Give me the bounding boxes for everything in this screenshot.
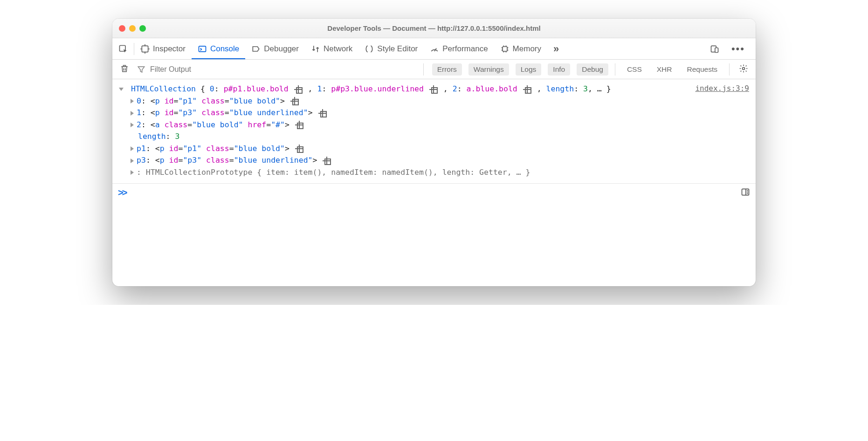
tree-row[interactable]: 1: <p id="p3" class="blue underlined"> <box>131 107 749 119</box>
inspect-node-icon[interactable] <box>323 157 331 165</box>
tab-performance-label: Performance <box>442 44 488 54</box>
filter-info[interactable]: Info <box>548 63 570 76</box>
console-input-row[interactable]: >> <box>112 184 756 202</box>
expand-toggle[interactable] <box>131 146 134 151</box>
expand-toggle[interactable] <box>131 99 134 103</box>
tree-row[interactable]: 2: <a class="blue bold" href="#"> <box>131 119 749 131</box>
close-window-button[interactable] <box>119 25 125 32</box>
tab-inspector-label: Inspector <box>153 44 186 54</box>
expand-toggle[interactable] <box>131 158 134 163</box>
expand-toggle[interactable] <box>131 111 134 116</box>
pick-element-button[interactable] <box>112 38 134 59</box>
tab-inspector[interactable]: Inspector <box>134 38 192 59</box>
more-tabs-button[interactable]: » <box>547 38 564 59</box>
svg-rect-6 <box>199 46 206 52</box>
window-title: Developer Tools — Document — http://127.… <box>112 24 756 32</box>
filter-requests[interactable]: Requests <box>682 63 723 76</box>
log-entry: HTMLCollection { 0: p#p1.blue.bold , 1: … <box>119 83 749 95</box>
console-prompt-icon: >> <box>118 187 126 198</box>
console-output: HTMLCollection { 0: p#p1.blue.bold , 1: … <box>112 79 756 184</box>
filter-input[interactable] <box>149 65 244 74</box>
tab-network-label: Network <box>324 44 352 54</box>
clear-console-button[interactable] <box>117 64 132 75</box>
inspect-node-icon[interactable] <box>524 86 531 93</box>
tab-debugger[interactable]: Debugger <box>245 38 305 59</box>
responsive-mode-button[interactable] <box>704 38 725 59</box>
tab-debugger-label: Debugger <box>264 44 299 54</box>
expand-toggle[interactable] <box>131 170 134 175</box>
filter-css[interactable]: CSS <box>622 63 647 76</box>
tab-styleeditor[interactable]: Style Editor <box>358 38 424 59</box>
tab-console[interactable]: Console <box>192 38 245 59</box>
svg-rect-1 <box>142 46 148 52</box>
inspect-node-icon[interactable] <box>291 97 298 105</box>
inspect-node-icon[interactable] <box>295 86 302 93</box>
tree-row[interactable]: 0: <p id="p1" class="blue bold"> <box>131 95 749 107</box>
tree-row[interactable]: p1: <p id="p1" class="blue bold"> <box>131 143 749 155</box>
tab-console-label: Console <box>210 44 239 54</box>
svg-rect-18 <box>715 48 718 52</box>
minimize-window-button[interactable] <box>129 25 136 32</box>
editor-toggle-button[interactable] <box>741 187 750 199</box>
tab-network[interactable]: Network <box>305 38 358 59</box>
console-settings-button[interactable] <box>736 64 751 75</box>
filter-logs[interactable]: Logs <box>516 63 542 76</box>
console-toolbar: Errors Warnings Logs Info Debug CSS XHR … <box>112 60 756 79</box>
tree-row[interactable]: : HTMLCollectionPrototype { item: item()… <box>131 166 749 179</box>
filter-debug[interactable]: Debug <box>577 63 608 76</box>
kebab-menu-button[interactable]: ••• <box>725 38 751 59</box>
filter-xhr[interactable]: XHR <box>652 63 677 76</box>
expand-toggle[interactable] <box>119 88 124 91</box>
inspect-node-icon[interactable] <box>319 110 326 117</box>
svg-point-19 <box>743 67 745 69</box>
tab-styleeditor-label: Style Editor <box>377 44 418 54</box>
filter-warnings[interactable]: Warnings <box>468 63 509 76</box>
devtools-window: Developer Tools — Document — http://127.… <box>112 19 756 286</box>
zoom-window-button[interactable] <box>139 25 146 32</box>
traffic-lights <box>119 25 146 32</box>
source-link[interactable]: index.js:3:9 <box>695 83 749 95</box>
filter-errors[interactable]: Errors <box>432 63 462 76</box>
panel-tabs: Inspector Console Debugger Network Style… <box>112 38 756 60</box>
inspect-node-icon[interactable] <box>430 86 437 93</box>
inspect-node-icon[interactable] <box>296 145 303 152</box>
expand-toggle[interactable] <box>131 123 134 127</box>
tree-row: length: 3 <box>131 131 749 143</box>
titlebar: Developer Tools — Document — http://127.… <box>112 19 756 38</box>
svg-rect-8 <box>503 47 507 51</box>
inspect-node-icon[interactable] <box>296 121 303 129</box>
filter-output[interactable] <box>137 65 244 74</box>
tree-row[interactable]: p3: <p id="p3" class="blue underlined"> <box>131 154 749 166</box>
tab-memory-label: Memory <box>513 44 541 54</box>
tab-memory[interactable]: Memory <box>494 38 547 59</box>
tab-performance[interactable]: Performance <box>424 38 494 59</box>
